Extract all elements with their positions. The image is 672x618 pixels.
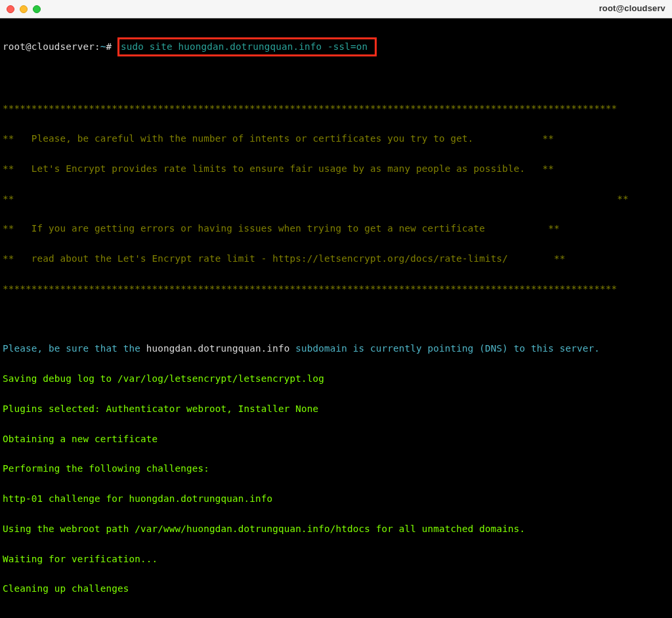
terminal-body[interactable]: root@cloudserver:~# sudo site huongdan.d… [0,18,672,618]
banner-text: read about the Let's Encrypt rate limit … [32,253,508,264]
log-line: Cleaning up challenges [3,581,669,596]
banner-line-2: ** Let's Encrypt provides rate limits to… [3,161,669,176]
traffic-lights [7,5,41,13]
log-line: http-01 challenge for huongdan.dotrungqu… [3,491,669,506]
banner-star: ** [474,133,555,144]
banner-star: ** [525,163,554,174]
banner-star: ** [14,194,629,204]
log-line: Plugins selected: Authenticator webroot,… [3,402,669,417]
banner-star: ** [3,133,32,144]
banner-text: If you are getting errors or having issu… [32,223,485,234]
prompt-userhost: root@cloudserver: [3,41,100,52]
banner-text: Let's Encrypt provides rate limits to en… [32,163,526,174]
prompt-line-1: root@cloudserver:~# sudo site huongdan.d… [3,37,669,56]
log-line: Using the webroot path /var/www/huongdan… [3,522,669,537]
banner-star: ** [3,194,14,204]
banner-text: Please, be careful with the number of in… [32,133,474,144]
dns-line: Please, be sure that the huongdan.dotrun… [3,341,669,356]
log-line: Saving debug log to /var/log/letsencrypt… [3,371,669,386]
banner-line-3: ** ** [3,192,669,207]
blank-line [3,312,669,327]
close-icon[interactable] [7,5,14,13]
banner-star: ** [485,223,560,234]
banner-line-5: ** read about the Let's Encrypt rate lim… [3,251,669,266]
banner-star: ** [3,253,32,264]
banner-star: ** [3,163,32,174]
zoom-icon[interactable] [33,5,41,13]
banner-star: ** [3,223,32,234]
blank-line [3,611,669,618]
banner-line-4: ** If you are getting errors or having i… [3,221,669,236]
log-line: Waiting for verification... [3,552,669,567]
log-line: Performing the following challenges: [3,461,669,476]
window-title: root@cloudserv [599,2,665,16]
log-line: Obtaining a new certificate [3,432,669,447]
highlight-command: sudo site huongdan.dotrungquan.info -ssl… [117,37,377,56]
banner-border-bottom: ****************************************… [3,281,669,297]
dns-text: subdomain is currently pointing (DNS) to… [290,343,600,354]
blank-line [3,72,669,87]
prompt-path: ~ [100,41,106,52]
command-text: sudo site huongdan.dotrungquan.info -ssl… [121,41,373,52]
dns-text: Please, be sure that the [3,343,146,354]
banner-border-top: ****************************************… [3,101,669,116]
banner-star: ** [508,253,566,264]
prompt-hash: # [106,41,118,52]
minimize-icon[interactable] [20,5,28,13]
window-titlebar: root@cloudserv [0,0,672,18]
dns-domain: huongdan.dotrungquan.info [146,343,290,354]
banner-line-1: ** Please, be careful with the number of… [3,131,669,146]
